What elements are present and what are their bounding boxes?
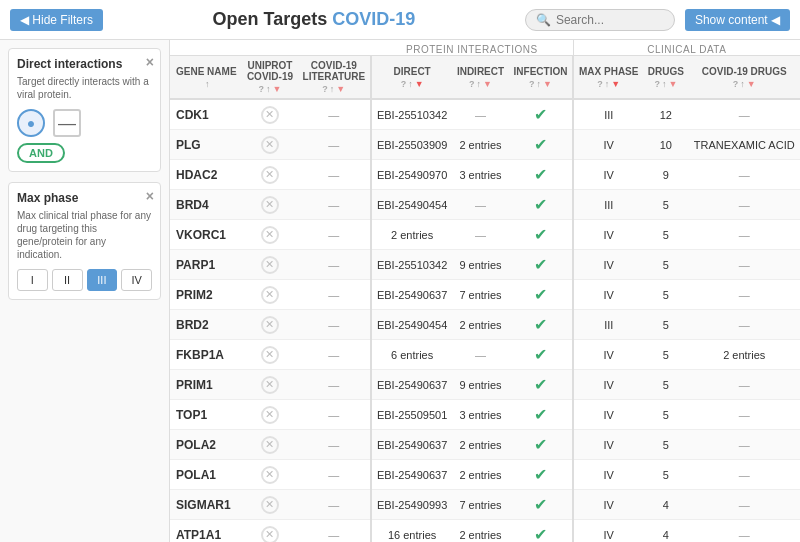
indirect-link[interactable]: 2 entries [459,439,501,451]
direct-link[interactable]: EBI-25509501 [377,409,447,421]
info-icon-8[interactable]: ? [733,79,739,89]
direct-link[interactable]: EBI-25490970 [377,169,447,181]
filter-icon[interactable]: ▼ [273,84,282,94]
covid-drugs-cell: — [688,370,800,400]
check-icon: ✔ [534,196,547,213]
info-icon-7[interactable]: ? [654,79,660,89]
filter-icon-3[interactable]: ▼ [483,79,492,89]
direct-link[interactable]: EBI-25490454 [377,199,447,211]
direct-interactions-close[interactable]: × [146,54,154,70]
sort-up-icon-4[interactable]: ↑ [408,79,413,89]
sort-up-icon-7[interactable]: ↑ [605,79,610,89]
direct-link[interactable]: EBI-25490637 [377,379,447,391]
infection-cell: ✔ [509,250,573,280]
indirect-link[interactable]: 3 entries [459,409,501,421]
info-icon-2[interactable]: ? [322,84,328,94]
phase-III-button[interactable]: III [87,269,118,291]
literature-cell: — [298,400,371,430]
sort-up-icon-2[interactable]: ↑ [266,84,271,94]
gene-name-cell: HDAC2 [170,160,242,190]
col-direct: DIRECT ? ↑ ▼ [371,56,452,100]
indirect-link[interactable]: 2 entries [459,319,501,331]
drugs-cell: 5 [643,310,688,340]
covid-drugs-dash: — [739,469,750,481]
dash-value: — [328,379,339,391]
info-icon-5[interactable]: ? [529,79,535,89]
direct-link[interactable]: EBI-25503909 [377,139,447,151]
gene-name-cell: POLA1 [170,460,242,490]
literature-cell: — [298,250,371,280]
indirect-link[interactable]: 2 entries [459,139,501,151]
direct-entries-link[interactable]: 16 entries [388,529,436,541]
indirect-link[interactable]: 2 entries [459,529,501,541]
covid-drugs-link[interactable]: TRANEXAMIC ACID [694,139,795,151]
direct-link[interactable]: EBI-25490637 [377,469,447,481]
filter-active-icon[interactable]: ▼ [415,79,424,89]
show-content-button[interactable]: Show content ◀ [685,9,790,31]
direct-link[interactable]: EBI-25510342 [377,259,447,271]
direct-link[interactable]: EBI-25490637 [377,289,447,301]
sort-up-icon-9[interactable]: ↑ [740,79,745,89]
filter-icon-6[interactable]: ▼ [747,79,756,89]
main-layout: Direct interactions × Target directly in… [0,40,800,542]
phase-I-button[interactable]: I [17,269,48,291]
search-input[interactable] [556,13,656,27]
direct-entries-link[interactable]: 2 entries [391,229,433,241]
dash-value: — [328,259,339,271]
circle-filter-button[interactable]: ● [17,109,45,137]
filter-icon-2[interactable]: ▼ [336,84,345,94]
phase-IV-button[interactable]: IV [121,269,152,291]
info-icon[interactable]: ? [259,84,265,94]
table-row: SIGMAR1✕—EBI-254909937 entries✔IV4— [170,490,800,520]
x-icon: ✕ [261,406,279,424]
indirect-link[interactable]: 7 entries [459,289,501,301]
covid-drugs-cell: 2 entries [688,340,800,370]
uniprot-cell: ✕ [242,460,297,490]
sort-up-icon-6[interactable]: ↑ [537,79,542,89]
dash-filter-button[interactable]: — [53,109,81,137]
direct-link[interactable]: EBI-25490454 [377,319,447,331]
info-icon-6[interactable]: ? [597,79,603,89]
check-icon: ✔ [534,466,547,483]
col-literature: COVID-19LITERATURE ? ↑ ▼ [298,56,371,100]
indirect-link[interactable]: 2 entries [459,469,501,481]
direct-cell: 16 entries [371,520,452,543]
sort-up-icon-3[interactable]: ↑ [330,84,335,94]
direct-cell: EBI-25490637 [371,370,452,400]
indirect-link[interactable]: 9 entries [459,379,501,391]
sort-up-icon-5[interactable]: ↑ [477,79,482,89]
drugs-cell: 9 [643,160,688,190]
drugs-cell: 5 [643,370,688,400]
direct-link[interactable]: EBI-25490637 [377,439,447,451]
direct-cell: EBI-25490454 [371,190,452,220]
drugs-cell: 5 [643,220,688,250]
direct-link[interactable]: EBI-25510342 [377,109,447,121]
max-phase-close[interactable]: × [146,188,154,204]
sort-up-icon-8[interactable]: ↑ [662,79,667,89]
dash-value: — [328,109,339,121]
table-row: POLA2✕—EBI-254906372 entries✔IV5— [170,430,800,460]
hide-filters-button[interactable]: ◀ Hide Filters [10,9,103,31]
indirect-link[interactable]: 3 entries [459,169,501,181]
sort-up-icon[interactable]: ↑ [205,79,210,89]
direct-link[interactable]: EBI-25490993 [377,499,447,511]
indirect-link[interactable]: 9 entries [459,259,501,271]
search-box[interactable]: 🔍 [525,9,675,31]
filter-icon-5[interactable]: ▼ [668,79,677,89]
and-badge[interactable]: AND [17,143,65,163]
direct-entries-link[interactable]: 6 entries [391,349,433,361]
max-phase-cell: IV [573,280,643,310]
direct-cell: EBI-25490454 [371,310,452,340]
phase-II-button[interactable]: II [52,269,83,291]
covid-drugs-link[interactable]: 2 entries [723,349,765,361]
indirect-link[interactable]: 7 entries [459,499,501,511]
gene-name-cell: PRIM1 [170,370,242,400]
info-icon-4[interactable]: ? [469,79,475,89]
filter-icon-4[interactable]: ▼ [543,79,552,89]
covid-drugs-dash: — [739,499,750,511]
filter-active-icon-2[interactable]: ▼ [611,79,620,89]
infection-cell: ✔ [509,430,573,460]
max-phase-cell: IV [573,460,643,490]
info-icon-3[interactable]: ? [401,79,407,89]
covid-drugs-dash: — [739,229,750,241]
